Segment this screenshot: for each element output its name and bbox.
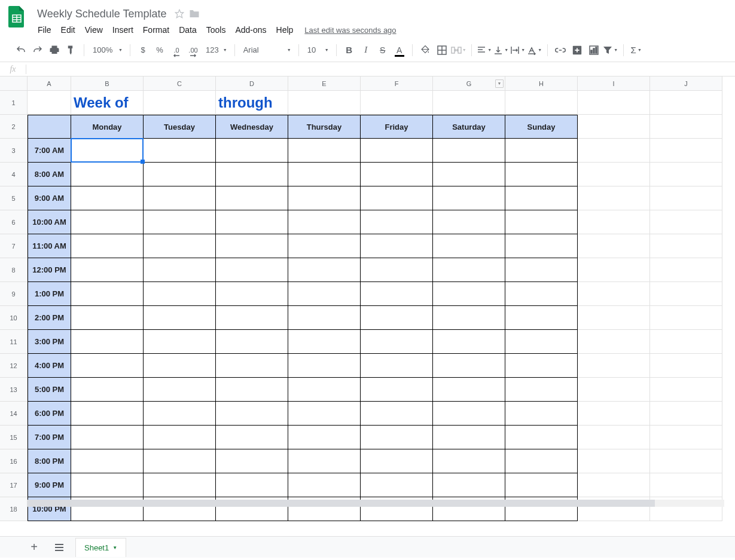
cell-H11[interactable]: [505, 330, 578, 354]
cell-J14[interactable]: [650, 402, 722, 426]
cell-E12[interactable]: [288, 354, 361, 378]
menu-help[interactable]: Help: [272, 23, 298, 37]
cell-J8[interactable]: [650, 258, 722, 282]
cell-G5[interactable]: [433, 186, 505, 210]
cell-D9[interactable]: [216, 282, 288, 306]
cell-H12[interactable]: [505, 354, 578, 378]
cell-D1[interactable]: through: [216, 91, 288, 115]
cell-I6[interactable]: [578, 210, 650, 234]
row-header-5[interactable]: 5: [0, 186, 28, 210]
paint-format-button[interactable]: [63, 42, 79, 58]
cell-A1[interactable]: [28, 91, 71, 115]
cell-G3[interactable]: [433, 139, 505, 163]
cell-J17[interactable]: [650, 473, 722, 497]
cell-D8[interactable]: [216, 258, 288, 282]
cell-H2[interactable]: Sunday: [505, 115, 578, 139]
cell-B12[interactable]: [71, 354, 144, 378]
cell-F10[interactable]: [361, 306, 433, 330]
cell-A16[interactable]: 8:00 PM: [28, 449, 71, 473]
cell-G15[interactable]: [433, 426, 505, 449]
cell-I17[interactable]: [578, 473, 650, 497]
cell-I13[interactable]: [578, 378, 650, 402]
filter-button[interactable]: ▼: [603, 42, 618, 58]
cell-C4[interactable]: [144, 163, 216, 186]
cell-G12[interactable]: [433, 354, 505, 378]
cell-F4[interactable]: [361, 163, 433, 186]
cell-F8[interactable]: [361, 258, 433, 282]
col-dropdown-icon[interactable]: ▼: [495, 79, 504, 88]
functions-button[interactable]: Σ▼: [629, 42, 644, 58]
menu-tools[interactable]: Tools: [202, 23, 230, 37]
row-header-14[interactable]: 14: [0, 402, 28, 426]
cell-H15[interactable]: [505, 426, 578, 449]
col-header-h[interactable]: H: [505, 76, 578, 91]
col-header-e[interactable]: E: [288, 76, 361, 91]
cell-G17[interactable]: [433, 473, 505, 497]
print-button[interactable]: [47, 42, 62, 58]
cell-I5[interactable]: [578, 186, 650, 210]
cell-G1[interactable]: [433, 91, 505, 115]
row-header-6[interactable]: 6: [0, 210, 28, 234]
text-color-button[interactable]: A: [392, 42, 407, 58]
borders-button[interactable]: [434, 42, 450, 58]
cell-E7[interactable]: [288, 234, 361, 258]
cell-E13[interactable]: [288, 378, 361, 402]
italic-button[interactable]: I: [358, 42, 374, 58]
cell-H13[interactable]: [505, 378, 578, 402]
cell-F6[interactable]: [361, 210, 433, 234]
cell-J13[interactable]: [650, 378, 722, 402]
cell-C16[interactable]: [144, 449, 216, 473]
cell-H4[interactable]: [505, 163, 578, 186]
cell-J15[interactable]: [650, 426, 722, 449]
row-header-7[interactable]: 7: [0, 234, 28, 258]
cell-D6[interactable]: [216, 210, 288, 234]
cell-A11[interactable]: 3:00 PM: [28, 330, 71, 354]
col-header-f[interactable]: F: [361, 76, 433, 91]
cell-I15[interactable]: [578, 426, 650, 449]
cell-B8[interactable]: [71, 258, 144, 282]
vertical-align-button[interactable]: ▼: [493, 42, 509, 58]
undo-button[interactable]: [13, 42, 29, 58]
cell-A7[interactable]: 11:00 AM: [28, 234, 71, 258]
cell-G16[interactable]: [433, 449, 505, 473]
cell-J9[interactable]: [650, 282, 722, 306]
cell-F15[interactable]: [361, 426, 433, 449]
row-header-4[interactable]: 4: [0, 163, 28, 186]
col-header-i[interactable]: I: [578, 76, 650, 91]
cell-C14[interactable]: [144, 402, 216, 426]
cell-I12[interactable]: [578, 354, 650, 378]
menu-edit[interactable]: Edit: [57, 23, 80, 37]
cell-D11[interactable]: [216, 330, 288, 354]
cell-A14[interactable]: 6:00 PM: [28, 402, 71, 426]
cell-H6[interactable]: [505, 210, 578, 234]
cell-G11[interactable]: [433, 330, 505, 354]
row-header-15[interactable]: 15: [0, 426, 28, 449]
percent-button[interactable]: %: [152, 42, 167, 58]
cell-B7[interactable]: [71, 234, 144, 258]
row-header-16[interactable]: 16: [0, 449, 28, 473]
menu-file[interactable]: File: [33, 23, 56, 37]
cell-B14[interactable]: [71, 402, 144, 426]
sheet-tab-sheet1[interactable]: Sheet1▼: [75, 538, 126, 557]
cell-D4[interactable]: [216, 163, 288, 186]
currency-button[interactable]: $: [135, 42, 151, 58]
last-edit-link[interactable]: Last edit was seconds ago: [304, 26, 396, 35]
row-header-10[interactable]: 10: [0, 306, 28, 330]
row-header-1[interactable]: 1: [0, 91, 28, 115]
cell-B4[interactable]: [71, 163, 144, 186]
cell-C3[interactable]: [144, 139, 216, 163]
col-header-j[interactable]: J: [650, 76, 722, 91]
cell-G6[interactable]: [433, 210, 505, 234]
cell-E9[interactable]: [288, 282, 361, 306]
cell-B13[interactable]: [71, 378, 144, 402]
cell-C17[interactable]: [144, 473, 216, 497]
cell-B5[interactable]: [71, 186, 144, 210]
col-header-d[interactable]: D: [216, 76, 288, 91]
bold-button[interactable]: B: [341, 42, 357, 58]
cell-I1[interactable]: [578, 91, 650, 115]
formula-input[interactable]: [26, 62, 735, 76]
cell-A12[interactable]: 4:00 PM: [28, 354, 71, 378]
row-header-2[interactable]: 2: [0, 115, 28, 139]
cell-H16[interactable]: [505, 449, 578, 473]
fill-color-button[interactable]: [417, 42, 433, 58]
